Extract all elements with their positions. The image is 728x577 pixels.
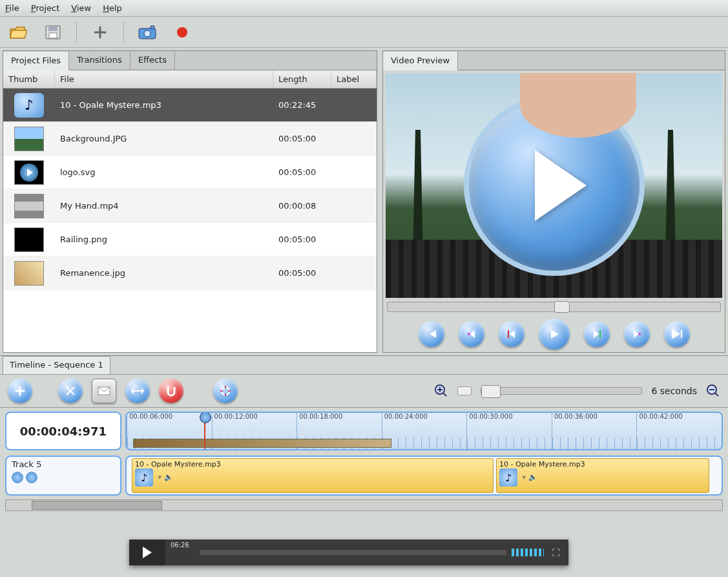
file-thumb (3, 194, 55, 218)
zoom-label: 6 seconds (651, 386, 697, 396)
snap-button[interactable] (92, 379, 116, 403)
svg-rect-5 (151, 26, 154, 29)
file-table: Thumb File Length Label ♪10 - Opale Myst… (3, 70, 377, 352)
file-thumb: ♪ (3, 93, 55, 118)
zoom-slider[interactable] (481, 387, 642, 395)
zoom-out-icon[interactable] (706, 384, 720, 398)
music-note-icon (499, 468, 517, 487)
file-length: 00:22:45 (273, 100, 331, 110)
col-label[interactable]: Label (331, 70, 377, 88)
track-lane[interactable]: 10 - Opale Mystere.mp3 ▾ 🔈10 - Opale Mys… (125, 456, 723, 496)
file-name: 10 - Opale Mystere.mp3 (55, 100, 273, 110)
file-thumb (3, 227, 55, 252)
add-track-button[interactable] (8, 379, 32, 403)
timeline-hscrollbar[interactable] (5, 499, 723, 511)
right-tabs: Video Preview (383, 51, 725, 70)
resize-icon (131, 386, 144, 395)
col-file[interactable]: File (55, 70, 273, 88)
record-button[interactable] (171, 21, 194, 44)
next-marker-button[interactable] (584, 321, 610, 347)
magnet-button[interactable] (159, 379, 183, 403)
menu-project[interactable]: Project (31, 3, 60, 13)
snapshot-button[interactable] (136, 21, 159, 44)
prev-marker-button[interactable] (499, 321, 525, 347)
timeline-clip[interactable]: 10 - Opale Mystere.mp3 ▾ 🔈 (496, 458, 709, 493)
add-button[interactable] (88, 21, 112, 44)
tab-effects[interactable]: Effects (130, 51, 175, 70)
tab-video-preview[interactable]: Video Preview (383, 52, 458, 70)
menu-view[interactable]: View (71, 3, 91, 13)
menu-help[interactable]: Help (103, 3, 122, 13)
fullscreen-icon[interactable]: ⛶ (549, 546, 562, 559)
svg-point-4 (144, 30, 151, 37)
ruler-tick: 00.00:30:000 (466, 413, 552, 449)
file-thumb (3, 127, 55, 151)
svg-point-10 (638, 333, 641, 335)
camera-icon (138, 25, 157, 40)
file-row[interactable]: Background.JPG00:05:00 (3, 122, 377, 156)
save-button[interactable] (41, 21, 65, 44)
toolbar-divider (123, 22, 124, 43)
scrubber-handle[interactable] (554, 301, 570, 313)
tab-transitions[interactable]: Transitions (69, 51, 130, 70)
file-thumb (3, 261, 55, 286)
timecode-display[interactable]: 00:00:04:971 (5, 412, 121, 450)
timeline-tab[interactable]: Timeline - Sequence 1 (3, 356, 110, 374)
overview-clip (133, 439, 391, 448)
resize-button[interactable] (125, 379, 150, 403)
open-button[interactable] (6, 21, 30, 44)
file-length: 00:05:00 (273, 134, 331, 143)
track-name: Track 5 (12, 459, 115, 469)
file-length: 00:05:00 (273, 167, 331, 177)
center-playhead-button[interactable] (213, 379, 238, 403)
step-back-button[interactable] (459, 321, 484, 347)
file-row[interactable]: Remanence.jpg00:05:00 (3, 257, 377, 290)
save-icon (44, 24, 62, 41)
overlay-volume[interactable] (512, 549, 544, 556)
zoom-reset-button[interactable] (457, 386, 472, 395)
file-row[interactable]: ♪10 - Opale Mystere.mp300:22:45 (3, 89, 377, 122)
magnet-icon (165, 385, 177, 397)
music-note-icon (135, 468, 153, 487)
center-icon (220, 385, 231, 397)
file-row[interactable]: Railing.png00:05:00 (3, 223, 377, 257)
timeline-clip[interactable]: 10 - Opale Mystere.mp3 ▾ 🔈 (132, 458, 494, 493)
file-name: Railing.png (55, 235, 273, 244)
video-preview[interactable] (386, 73, 722, 298)
file-name: Remanence.jpg (55, 268, 273, 278)
svg-point-6 (177, 27, 187, 37)
left-tabs: Project Files Transitions Effects (3, 51, 377, 70)
play-button[interactable] (539, 319, 570, 350)
svg-rect-9 (599, 330, 601, 338)
seek-end-button[interactable] (664, 321, 690, 347)
add-icon (14, 385, 26, 397)
step-forward-icon (632, 330, 641, 339)
track-lock-icon[interactable] (26, 472, 37, 483)
timeline-ruler[interactable]: 00.00:06:00000.00:12:00000.00:18:00000.0… (125, 412, 723, 450)
preview-scrubber[interactable] (387, 302, 721, 312)
hand-graphic (520, 73, 636, 138)
file-table-header: Thumb File Length Label (3, 70, 377, 89)
playhead[interactable] (204, 413, 205, 449)
ruler-tick: 00.00:36:000 (552, 413, 637, 449)
zoom-in-icon[interactable] (434, 384, 448, 398)
step-forward-button[interactable] (624, 321, 650, 347)
ruler-tick: 00.00:24:000 (382, 413, 467, 449)
file-name: My Hand.mp4 (55, 201, 273, 211)
overlay-play-button[interactable] (129, 540, 165, 565)
overlay-progress[interactable] (200, 550, 506, 555)
track-header[interactable]: Track 5 (5, 456, 121, 496)
col-thumb[interactable]: Thumb (3, 70, 55, 88)
menu-file[interactable]: File (5, 3, 19, 13)
record-icon (176, 26, 189, 39)
razor-button[interactable] (58, 379, 83, 403)
file-row[interactable]: logo.svg00:05:00 (3, 156, 377, 189)
embedded-video-player: 06:26 ⛶ (129, 540, 568, 565)
tab-project-files[interactable]: Project Files (3, 52, 69, 70)
seek-start-button[interactable] (419, 321, 444, 347)
track-mute-icon[interactable] (12, 472, 23, 483)
open-folder-icon (9, 24, 27, 41)
file-row[interactable]: My Hand.mp400:00:08 (3, 189, 377, 223)
ruler-tick: 00.00:42:000 (636, 413, 722, 449)
col-length[interactable]: Length (273, 70, 331, 88)
